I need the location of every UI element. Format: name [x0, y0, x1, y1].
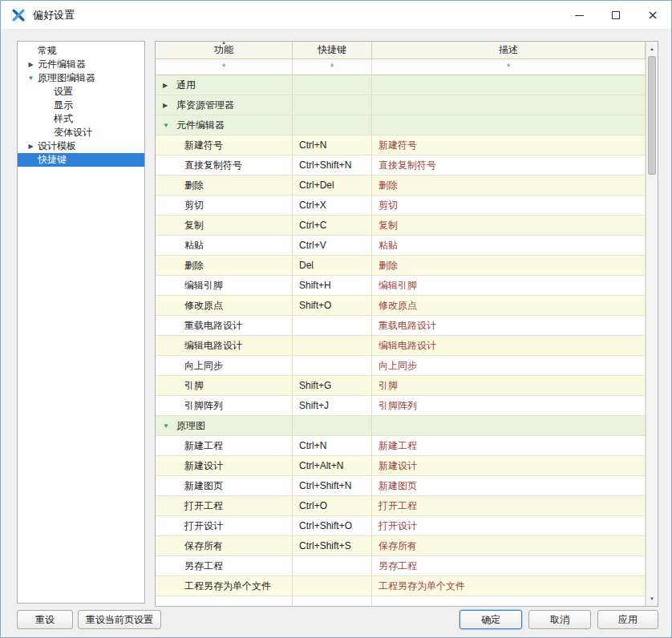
cell-shortcut: Ctrl+Shift+N	[293, 155, 372, 176]
table-row[interactable]: 引脚阵列Shift+J引脚阵列	[156, 396, 646, 416]
cell-function: ▶通用	[156, 75, 293, 95]
table-row[interactable]: 编辑电路设计编辑电路设计	[156, 336, 646, 356]
sidebar-item-general[interactable]: 常规	[18, 44, 144, 58]
table-header: ▴ 功能 快捷键 描述	[156, 42, 646, 59]
close-icon: ×	[647, 9, 658, 22]
table-row[interactable]: 保存所有Ctrl+Shift+S保存所有	[156, 536, 646, 556]
cell-function: 新建符号	[156, 135, 293, 155]
table-row[interactable]: 新建符号Ctrl+N新建符号	[156, 135, 646, 155]
cell-shortcut	[293, 75, 372, 95]
sidebar-item-component-editor[interactable]: ▶元件编辑器	[18, 58, 144, 71]
filter-description-input[interactable]: *	[372, 59, 646, 75]
cell-description: 工程另存为单个文件	[372, 576, 646, 596]
column-header-description[interactable]: 描述	[372, 42, 646, 59]
scrollbar-thumb[interactable]	[648, 56, 656, 175]
ok-button[interactable]: 确定	[459, 610, 522, 629]
cell-function: 编辑电路设计	[156, 336, 293, 356]
table-row[interactable]: 编辑引脚Shift+H编辑引脚	[156, 276, 646, 296]
cell-function: 粘贴	[156, 236, 293, 256]
sidebar-item-shortcut-keys[interactable]: 快捷键	[18, 153, 144, 167]
cell-shortcut	[293, 316, 372, 336]
tree-collapsed-icon[interactable]: ▶	[25, 61, 37, 68]
cell-function: 重载电路设计	[156, 316, 293, 336]
cell-function: 打开设计	[156, 516, 293, 536]
filter-shortcut-input[interactable]: *	[293, 59, 372, 75]
table-group-row[interactable]: ▼元件编辑器	[156, 115, 646, 135]
titlebar[interactable]: 偏好设置 ×	[1, 1, 671, 30]
cell-description: 复制	[372, 216, 646, 236]
table-row[interactable]: 新建设计Ctrl+Alt+N新建设计	[156, 456, 646, 476]
scroll-up-icon[interactable]: ▲	[646, 42, 658, 55]
cell-description: 打开工程	[372, 496, 646, 516]
cancel-button[interactable]: 取消	[528, 610, 591, 629]
sidebar-item-display[interactable]: 显示	[18, 99, 144, 112]
sidebar-item-variant-design[interactable]: 变体设计	[18, 126, 144, 139]
sidebar-item-settings[interactable]: 设置	[18, 85, 144, 99]
table-row[interactable]: 打开工程Ctrl+O打开工程	[156, 496, 646, 516]
cell-description	[372, 95, 646, 115]
tree-collapsed-icon[interactable]: ▶	[25, 143, 37, 150]
column-header-function[interactable]: ▴ 功能	[156, 42, 293, 59]
table-row[interactable]: 粘贴Ctrl+V粘贴	[156, 236, 646, 256]
cell-shortcut: Ctrl+X	[293, 196, 372, 216]
cell-description: 新建符号	[372, 135, 646, 155]
table-row[interactable]: 新建图页Ctrl+Shift+N新建图页	[156, 476, 646, 496]
sidebar-item-style[interactable]: 样式	[18, 112, 144, 126]
cell-shortcut: Ctrl+Shift+N	[293, 476, 372, 496]
reset-current-page-button[interactable]: 重设当前页设置	[78, 610, 161, 629]
table-row[interactable]: 新建工程Ctrl+N新建工程	[156, 436, 646, 456]
table-group-row[interactable]: ▶通用	[156, 75, 646, 95]
table-row[interactable]: 复制Ctrl+C复制	[156, 216, 646, 236]
cell-function: 复制	[156, 216, 293, 236]
table-row[interactable]: 直接复制符号Ctrl+Shift+N直接复制符号	[156, 155, 646, 176]
table-row[interactable]: 向上同步向上同步	[156, 356, 646, 376]
table-row[interactable]: 引脚Shift+G引脚	[156, 376, 646, 396]
cell-shortcut: Ctrl+C	[293, 216, 372, 236]
table-row[interactable]: 删除Ctrl+Del删除	[156, 176, 646, 196]
table-group-row[interactable]: ▶库资源管理器	[156, 95, 646, 115]
cell-description	[372, 75, 646, 95]
maximize-button[interactable]	[597, 1, 634, 30]
group-label: 原理图	[176, 419, 205, 433]
sidebar-item-label: 常规	[37, 44, 57, 58]
column-label: 描述	[499, 43, 518, 57]
table-row[interactable]: 打开设计Ctrl+Shift+O打开设计	[156, 516, 646, 536]
sidebar-item-label: 显示	[53, 99, 73, 112]
partial-row	[156, 596, 646, 606]
table-row[interactable]: 修改原点Shift+O修改原点	[156, 296, 646, 316]
table-group-row[interactable]: ▼原理图	[156, 416, 646, 436]
group-collapsed-icon[interactable]: ▶	[163, 82, 176, 89]
column-header-shortcut[interactable]: 快捷键	[293, 42, 372, 59]
minimize-button[interactable]	[561, 1, 597, 30]
vertical-scrollbar[interactable]: ▲ ▼	[646, 42, 658, 606]
sidebar-item-label: 原理图编辑器	[37, 71, 95, 85]
group-expanded-icon[interactable]: ▼	[163, 122, 176, 129]
reset-button[interactable]: 重设	[17, 610, 73, 629]
cell-function: 删除	[156, 256, 293, 276]
cell-function: 剪切	[156, 196, 293, 216]
cell-shortcut: Ctrl+V	[293, 236, 372, 256]
sidebar-item-label: 快捷键	[37, 153, 67, 167]
table-row[interactable]: 重载电路设计重载电路设计	[156, 316, 646, 336]
table-row[interactable]: 工程另存为单个文件工程另存为单个文件	[156, 576, 646, 596]
cell-description: 编辑电路设计	[372, 336, 646, 356]
table-row[interactable]: 另存工程另存工程	[156, 556, 646, 576]
cell-function: 另存工程	[156, 556, 293, 576]
table-row[interactable]: 剪切Ctrl+X剪切	[156, 196, 646, 216]
cell-description: 重载电路设计	[372, 316, 646, 336]
cell-function: 引脚	[156, 376, 293, 396]
scroll-down-icon[interactable]: ▼	[646, 592, 658, 605]
sidebar-item-schematic-editor[interactable]: ▼原理图编辑器	[18, 71, 144, 85]
maximize-icon	[612, 11, 620, 19]
tree-expanded-icon[interactable]: ▼	[25, 75, 37, 82]
table-row[interactable]: 删除Del删除	[156, 256, 646, 276]
minimize-icon	[575, 15, 584, 16]
group-collapsed-icon[interactable]: ▶	[163, 102, 176, 109]
sidebar-item-design-template[interactable]: ▶设计模板	[18, 139, 144, 153]
cell-function: 保存所有	[156, 536, 293, 556]
cell-function: 编辑引脚	[156, 276, 293, 296]
close-button[interactable]: ×	[634, 1, 671, 30]
group-expanded-icon[interactable]: ▼	[163, 422, 176, 430]
filter-function-input[interactable]: *	[156, 59, 293, 75]
apply-button[interactable]: 应用	[597, 610, 658, 629]
